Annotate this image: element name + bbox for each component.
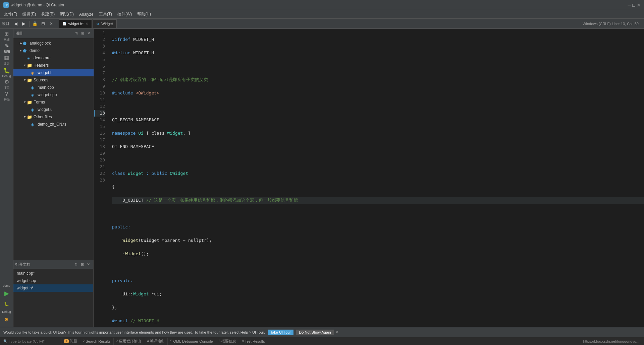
locate-input-wrapper: 🔍 <box>1 338 61 345</box>
maximize-button[interactable]: □ <box>633 2 635 8</box>
open-file-widget-h[interactable]: widget.h* <box>13 284 93 292</box>
line-numbers: 12345 678910 1112131415 1617181920 21222… <box>94 29 108 327</box>
take-ui-tour-button[interactable]: Take UI Tour <box>268 330 294 335</box>
project-sync-icon[interactable]: ⇅ <box>73 30 79 37</box>
title-bar: Qt widget.h @ demo - Qt Creator ─ □ ✕ <box>0 0 644 10</box>
project-panel: 项目 ⇅ ⊞ ✕ ▶ ⬟ analogclock ▼ ⬟ demo <box>13 29 94 327</box>
open-file-widget-cpp[interactable]: widget.cpp <box>13 277 93 284</box>
open-files-layout-icon[interactable]: ⊞ <box>79 262 85 268</box>
debug-run-label: Debug <box>2 310 11 314</box>
main-cpp-label: main.cpp <box>38 85 54 90</box>
status-tab-summary[interactable]: 6 概要信息 <box>216 338 239 345</box>
analogclock-icon: ⬟ <box>23 41 28 46</box>
status-tab-problems[interactable]: 1 问题 <box>61 338 80 345</box>
code-line-2: #define WIDGET_H <box>112 50 644 56</box>
tab-widget-h[interactable]: 📄 widget.h* ✕ <box>59 19 92 28</box>
open-file-main-cpp[interactable]: main.cpp* <box>13 270 93 277</box>
open-files-list: main.cpp* widget.cpp widget.h* <box>13 269 93 327</box>
tree-item-widget-cpp[interactable]: ◈ widget.cpp <box>13 91 94 98</box>
run-button[interactable]: ▶ <box>2 289 11 298</box>
tab-widget[interactable]: ⚙ Widget <box>93 19 116 28</box>
status-tab-app-output[interactable]: 3 应用程序输出 <box>114 338 145 345</box>
tree-item-widget-h[interactable]: ◈ widget.h <box>13 69 94 76</box>
tree-item-forms[interactable]: ▼ 📁 Forms <box>13 98 94 106</box>
search-icon: 🔍 <box>3 339 7 343</box>
menu-widgets[interactable]: 控件(W) <box>115 11 135 18</box>
code-line-4: // 创建时设置的，QWidget是即所有子类的父类 <box>112 76 644 83</box>
menu-edit[interactable]: 编辑(E) <box>20 11 39 18</box>
sidebar-item-help[interactable]: ? 帮助 <box>1 90 13 102</box>
menu-build[interactable]: 构建(B) <box>39 11 57 18</box>
locate-input[interactable] <box>9 339 59 343</box>
menu-help[interactable]: 帮助(H) <box>135 11 154 18</box>
tree-item-other-files[interactable]: ▼ 📁 Other files <box>13 113 94 121</box>
tree-item-demo[interactable]: ▼ ⬟ demo <box>13 47 94 54</box>
build-button[interactable]: ⚙ <box>2 315 11 324</box>
code-line-1: #ifndef WIDGET_H <box>112 36 644 43</box>
sidebar-item-edit[interactable]: ✎ 编辑 <box>1 42 13 54</box>
demo-run-label: demo <box>3 284 10 287</box>
menu-file[interactable]: 文件(F) <box>1 11 20 18</box>
tree-item-sources[interactable]: ▼ 📁 Sources <box>13 76 94 84</box>
tour-close-icon[interactable]: ✕ <box>336 330 339 334</box>
code-line-9: QT_END_NAMESPACE <box>112 143 644 150</box>
h-file-icon: 📄 <box>62 22 66 25</box>
dismiss-tour-button[interactable]: Do Not Show Again <box>296 330 333 335</box>
status-tab-compile[interactable]: 4 编译输出 <box>144 338 168 345</box>
back-button[interactable]: ◀ <box>12 20 19 27</box>
lock-button[interactable]: 🔒 <box>31 20 39 27</box>
forward-button[interactable]: ▶ <box>20 20 28 27</box>
menu-tools[interactable]: 工具(T) <box>96 11 115 18</box>
project-nav-label: 项目 <box>4 86 10 90</box>
tree-item-main-cpp[interactable]: ◈ main.cpp <box>13 84 94 91</box>
forms-icon: 📁 <box>27 100 32 105</box>
debug-run-button[interactable]: 🐛 <box>2 299 11 309</box>
headers-label: Headers <box>34 63 49 68</box>
sidebar-item-debug[interactable]: 🐛 Debug <box>1 66 13 78</box>
project-close-icon[interactable]: ✕ <box>86 30 92 37</box>
open-file-main-cpp-label: main.cpp* <box>17 271 35 276</box>
demo-pro-icon: ◈ <box>27 56 32 61</box>
open-files-header: 打开文档 ⇅ ⊞ ✕ <box>13 260 93 269</box>
analogclock-label: analogclock <box>30 41 51 46</box>
tab-close-button[interactable]: ✕ <box>86 22 88 25</box>
minimize-button[interactable]: ─ <box>628 2 631 8</box>
sidebar-item-design[interactable]: ▦ 设计 <box>1 54 13 66</box>
tree-item-widget-ui[interactable]: ◈ widget.ui <box>13 106 94 113</box>
tree-item-demo-pro[interactable]: ◈ demo.pro <box>13 54 94 62</box>
sidebar-item-welcome[interactable]: ⊞ 欢迎 <box>1 30 13 42</box>
split-button[interactable]: ⊞ <box>39 20 47 27</box>
code-line-8: namespace Ui { class Widget; } <box>112 130 644 137</box>
tree-item-headers[interactable]: ▼ 📁 Headers <box>13 62 94 69</box>
close-panel-button[interactable]: ✕ <box>47 20 55 27</box>
welcome-label: 欢迎 <box>4 38 10 42</box>
status-tab-search[interactable]: 2 Search Results <box>80 338 114 345</box>
tour-banner: Would you like to take a quick UI tour? … <box>0 327 644 337</box>
code-line-14 <box>112 210 644 217</box>
toolbar: 项目 ◀ ▶ 🔒 ⊞ ✕ 📄 widget.h* ✕ ⚙ Widget Wind… <box>0 19 644 29</box>
summary-label: 概要信息 <box>221 339 236 344</box>
other-files-icon: 📁 <box>27 115 32 120</box>
close-button[interactable]: ✕ <box>637 2 641 8</box>
open-files-sync-icon[interactable]: ⇅ <box>73 262 79 268</box>
project-tree: ▶ ⬟ analogclock ▼ ⬟ demo ◈ demo.pro <box>13 38 94 260</box>
edit-icon: ✎ <box>5 43 9 49</box>
menu-debug[interactable]: 调试(D) <box>57 11 76 18</box>
open-files-close-icon[interactable]: ✕ <box>85 262 91 268</box>
status-tab-test[interactable]: 8 Test Results <box>239 338 268 345</box>
widget-cpp-label: widget.cpp <box>38 92 57 97</box>
status-tab-qml[interactable]: 5 QML Debugger Console <box>168 338 216 345</box>
project-layout-icon[interactable]: ⊞ <box>79 30 86 37</box>
code-line-19: private: <box>112 277 644 284</box>
help-label: 帮助 <box>4 98 10 102</box>
menu-analyze[interactable]: Analyze <box>76 11 96 17</box>
tab-bar: 📄 widget.h* ✕ ⚙ Widget <box>59 19 582 28</box>
tree-item-analogclock[interactable]: ▶ ⬟ analogclock <box>13 40 94 47</box>
code-area[interactable]: #ifndef WIDGET_H #define WIDGET_H // 创建时… <box>108 29 644 327</box>
tree-item-ts[interactable]: ◈ demo_zh_CN.ts <box>13 121 94 128</box>
w-icon: ⚙ <box>96 22 99 26</box>
code-line-5: #include <QWidget> <box>112 90 644 96</box>
sidebar-item-project[interactable]: ⚙ 项目 <box>1 78 13 90</box>
main-cpp-icon: ◈ <box>31 85 36 90</box>
tour-text: Would you like to take a quick UI tour? … <box>3 330 265 334</box>
